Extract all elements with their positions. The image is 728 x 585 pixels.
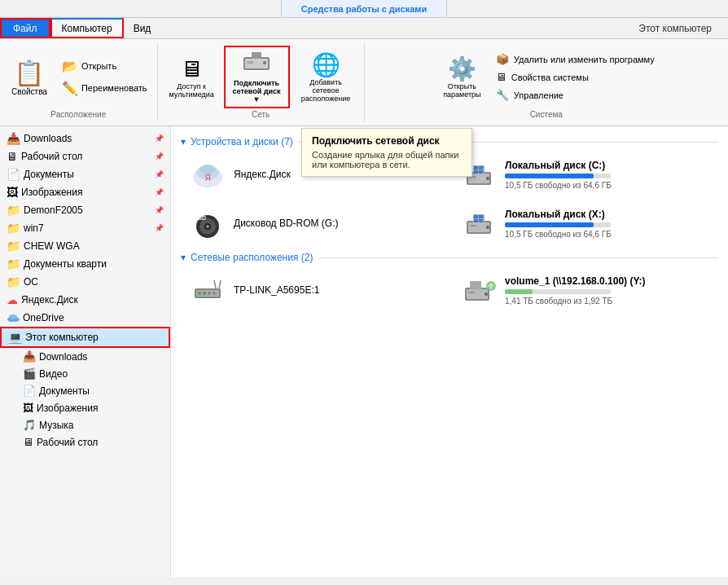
svg-line-41 bbox=[219, 280, 221, 288]
manage-item[interactable]: 🔧 Управление bbox=[493, 87, 658, 103]
bd-rom-info: Дисковод BD-ROM (G:) bbox=[234, 218, 339, 229]
sidebar: 📥 Downloads 📌 🖥 Рабочий стол 📌 📄 Докумен… bbox=[0, 126, 171, 577]
svg-text:Я: Я bbox=[204, 174, 210, 183]
toolbar: 📋 Свойства 📂 Открыть ✏️ Переименовать Ра… bbox=[0, 39, 728, 126]
tab-computer[interactable]: Компьютер bbox=[50, 18, 124, 38]
svg-rect-32 bbox=[479, 215, 483, 218]
svg-rect-19 bbox=[474, 170, 478, 174]
svg-rect-33 bbox=[474, 219, 478, 222]
svg-point-37 bbox=[198, 292, 201, 295]
local-x-icon bbox=[459, 207, 498, 240]
multimedia-button[interactable]: 🖥 Доступ к мультимедиа bbox=[164, 52, 219, 102]
drive-item-local-x[interactable]: Локальный диск (X:) 10,5 ГБ свободно из … bbox=[452, 201, 718, 245]
sidebar-item-video-sub[interactable]: 🎬 Видео bbox=[0, 365, 170, 382]
svg-rect-20 bbox=[479, 170, 483, 174]
connect-drive-tooltip: Подключить сетевой диск Создание ярлыка … bbox=[301, 128, 472, 177]
sidebar-item-documents[interactable]: 📄 Документы 📌 bbox=[0, 165, 170, 183]
open-button[interactable]: 📂 Открыть bbox=[59, 57, 151, 76]
sidebar-item-desktop-sub[interactable]: 🖥 Рабочий стол bbox=[0, 433, 170, 451]
remove-program-item[interactable]: 📦 Удалить или изменить программу bbox=[493, 51, 658, 67]
tp-link-info: TP-LINK_A5695E:1 bbox=[234, 284, 319, 296]
sys-props-item[interactable]: 🖥 Свойства системы bbox=[493, 69, 658, 85]
svg-line-42 bbox=[214, 280, 216, 288]
volume1-icon bbox=[459, 274, 498, 306]
svg-rect-4 bbox=[252, 52, 261, 59]
drive-item-bd-rom[interactable]: BD Дисковод BD-ROM (G:) bbox=[181, 201, 447, 245]
add-location-button[interactable]: 🌐 Добавить сетевое расположение bbox=[295, 48, 357, 106]
drive-item-local-c[interactable]: Локальный диск (C:) 10,5 ГБ свободно из … bbox=[452, 152, 718, 196]
yandex-disk-info: Яндекс.Диск bbox=[234, 169, 291, 180]
sidebar-item-documents-sub[interactable]: 📄 Документы bbox=[0, 382, 170, 399]
svg-point-49 bbox=[490, 288, 492, 289]
tab-file[interactable]: Файл bbox=[0, 18, 50, 38]
network-grid: TP-LINK_A5695E:1 bbox=[181, 268, 718, 312]
svg-point-38 bbox=[203, 292, 206, 295]
svg-point-29 bbox=[486, 226, 489, 229]
sidebar-item-win7[interactable]: 📁 win7 📌 bbox=[0, 219, 170, 237]
svg-rect-17 bbox=[474, 166, 478, 169]
volume1-info: volume_1 (\\192.168.0.100) (Y:) 1,41 ТБ … bbox=[505, 275, 646, 306]
sidebar-item-onedrive[interactable]: OneDrive bbox=[0, 309, 170, 327]
svg-point-7 bbox=[9, 314, 17, 319]
system-group-label: Система bbox=[530, 110, 563, 119]
svg-point-15 bbox=[486, 177, 489, 180]
sidebar-item-music-sub[interactable]: 🎵 Музыка bbox=[0, 416, 170, 433]
drive-item-tp-link[interactable]: TP-LINK_A5695E:1 bbox=[181, 268, 447, 312]
rename-button[interactable]: ✏️ Переименовать bbox=[59, 79, 151, 98]
svg-rect-18 bbox=[479, 166, 483, 169]
svg-rect-34 bbox=[479, 219, 483, 222]
drive-item-volume1[interactable]: volume_1 (\\192.168.0.100) (Y:) 1,41 ТБ … bbox=[452, 268, 718, 312]
tp-link-icon bbox=[188, 274, 227, 306]
sidebar-item-desktop[interactable]: 🖥 Рабочий стол 📌 bbox=[0, 147, 170, 165]
yandex-disk-icon: Я bbox=[188, 158, 227, 191]
svg-rect-31 bbox=[474, 215, 478, 218]
svg-text:BD: BD bbox=[198, 215, 206, 221]
sidebar-item-downloads-top[interactable]: 📥 Downloads 📌 bbox=[0, 130, 170, 147]
tooltip-text: Создание ярлыка для общей папки или комп… bbox=[312, 150, 462, 169]
network-group-label: Сеть bbox=[252, 110, 270, 119]
sidebar-item-downloads-sub[interactable]: 📥 Downloads bbox=[0, 348, 170, 365]
local-c-info: Локальный диск (C:) 10,5 ГБ свободно из … bbox=[505, 160, 612, 190]
connect-drive-button[interactable]: Подключить сетевой диск ▼ bbox=[224, 46, 290, 108]
sidebar-item-os[interactable]: 📁 ОС bbox=[0, 273, 170, 291]
toolbar-group-location: 📋 Свойства 📂 Открыть ✏️ Переименовать Ра… bbox=[0, 42, 158, 122]
main-area: 📥 Downloads 📌 🖥 Рабочий стол 📌 📄 Докумен… bbox=[0, 126, 728, 577]
toolbar-group-system: ⚙️ Открыть параметры 📦 Удалить или измен… bbox=[365, 42, 728, 122]
bd-rom-icon: BD bbox=[188, 207, 227, 240]
sidebar-item-demonf2005[interactable]: 📁 DemonF2005 📌 bbox=[0, 201, 170, 219]
open-params-button[interactable]: ⚙️ Открыть параметры bbox=[435, 52, 489, 102]
sidebar-item-this-pc[interactable]: 💻 Этот компьютер bbox=[0, 327, 170, 348]
svg-point-39 bbox=[208, 292, 211, 295]
local-x-info: Локальный диск (X:) 10,5 ГБ свободно из … bbox=[505, 209, 612, 239]
system-right-tools: 📦 Удалить или изменить программу 🖥 Свойс… bbox=[493, 51, 658, 103]
svg-point-40 bbox=[213, 292, 216, 295]
properties-button[interactable]: 📋 Свойства bbox=[7, 55, 52, 99]
tab-view[interactable]: Вид bbox=[124, 18, 161, 38]
context-tab-disk-tools[interactable]: Средства работы с дисками bbox=[281, 0, 447, 17]
toolbar-group-network: 🖥 Доступ к мультимедиа Подключить сетево… bbox=[158, 42, 365, 122]
window-title-bar: Этот компьютер bbox=[622, 18, 728, 38]
network-section-header: ▾ Сетевые расположения (2) bbox=[181, 252, 718, 263]
tooltip-title: Подключить сетевой диск bbox=[312, 135, 462, 147]
sidebar-item-yandex[interactable]: ☁ Яндекс.Диск bbox=[0, 291, 170, 309]
svg-rect-45 bbox=[468, 292, 475, 293]
location-group-label: Расположение bbox=[50, 110, 106, 119]
svg-point-24 bbox=[206, 225, 209, 228]
sidebar-item-doc-kvart[interactable]: 📁 Документы кварти bbox=[0, 255, 170, 273]
svg-point-3 bbox=[263, 61, 266, 64]
sidebar-item-chew[interactable]: 📁 CHEW WGA bbox=[0, 237, 170, 255]
sidebar-item-images-sub[interactable]: 🖼 Изображения bbox=[0, 399, 170, 416]
svg-rect-47 bbox=[470, 281, 481, 289]
sidebar-item-images[interactable]: 🖼 Изображения 📌 bbox=[0, 183, 170, 201]
svg-rect-28 bbox=[470, 225, 476, 227]
svg-rect-2 bbox=[247, 61, 253, 64]
content-area: ▾ Устройства и диски (7) Я Яндекс.Диск bbox=[171, 126, 728, 577]
svg-point-46 bbox=[485, 292, 488, 296]
ribbon-tabbar: Файл Компьютер Вид Этот компьютер bbox=[0, 18, 728, 39]
